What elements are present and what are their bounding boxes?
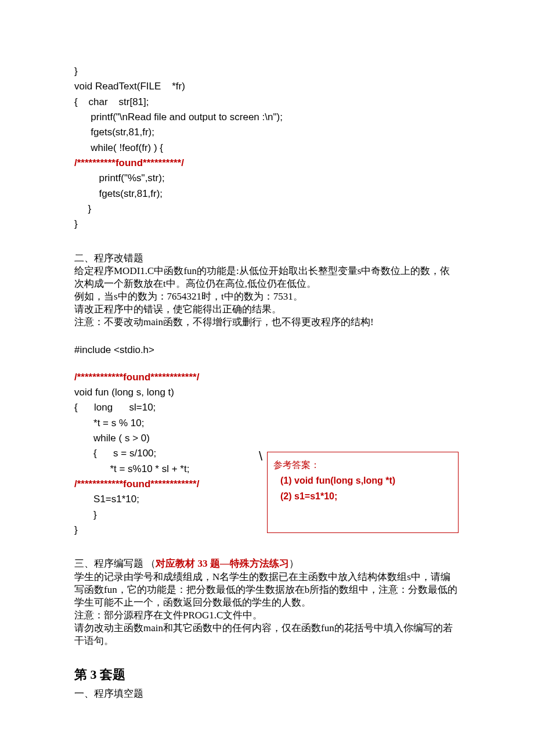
heading-set3: 第 3 套题 — [74, 665, 460, 684]
code-line: while( !feof(fr) ) { — [74, 141, 460, 156]
paragraph: 请改正程序中的错误，使它能得出正确的结果。 — [74, 303, 460, 316]
code-line: void ReadText(FILE *fr) — [74, 79, 460, 94]
section-title: 三、程序编写题 （对应教材 33 题—特殊方法练习） — [74, 557, 460, 570]
code-line: void fun (long s, long t) — [74, 385, 460, 400]
section-title-red: 对应教材 33 题—特殊方法练习 — [156, 558, 289, 569]
found-marker: /************found************/ — [74, 370, 460, 385]
paragraph: 例如，当s中的数为：7654321时，t中的数为：7531。 — [74, 290, 460, 303]
paragraph: 给定程序MODI1.C中函数fun的功能是:从低位开始取出长整型变量s中奇数位上… — [74, 265, 460, 290]
paragraph: 请勿改动主函数main和其它函数中的任何内容，仅在函数fun的花括号中填入你编写… — [74, 622, 460, 647]
code-line: *t = s % 10; — [74, 416, 460, 431]
backslash-mark: \ — [259, 447, 262, 466]
section-title: 二、程序改错题 — [74, 252, 460, 265]
paragraph: 学生的记录由学号和成绩组成，N名学生的数据已在主函数中放入结构体数组s中，请编写… — [74, 571, 460, 609]
section-title-c: ） — [289, 558, 299, 569]
paragraph: 注意：部分源程序在文件PROG1.C文件中。 — [74, 609, 460, 622]
paragraph: 注意：不要改动main函数，不得增行或删行，也不得更改程序的结构! — [74, 316, 460, 329]
answer-title: 参考答案： — [273, 457, 452, 473]
code-line: fgets(str,81,fr); — [74, 125, 460, 140]
code-line: } — [74, 201, 460, 217]
code-line: } — [74, 64, 460, 79]
answer-box: 参考答案： (1) void fun(long s,long *t) (2) s… — [267, 452, 459, 533]
code-line: } — [74, 217, 460, 232]
code-line: { char str[81]; — [74, 95, 460, 110]
code-line: printf("\nRead file and output to screen… — [74, 110, 460, 125]
section-title-a: 三、程序编写题 （ — [74, 558, 156, 569]
found-marker: /**********found**********/ — [74, 156, 460, 171]
code-line: while ( s > 0) — [74, 431, 460, 446]
answer-line: (1) void fun(long s,long *t) — [280, 473, 452, 488]
section-title: 一、程序填空题 — [74, 687, 460, 700]
code-line: fgets(str,81,fr); — [74, 186, 460, 201]
code-line: #include <stdio.h> — [74, 343, 460, 358]
answer-line: (2) s1=s1*10; — [280, 488, 452, 504]
code-line: { long sl=10; — [74, 400, 460, 415]
code-line: printf("%s",str); — [74, 171, 460, 186]
